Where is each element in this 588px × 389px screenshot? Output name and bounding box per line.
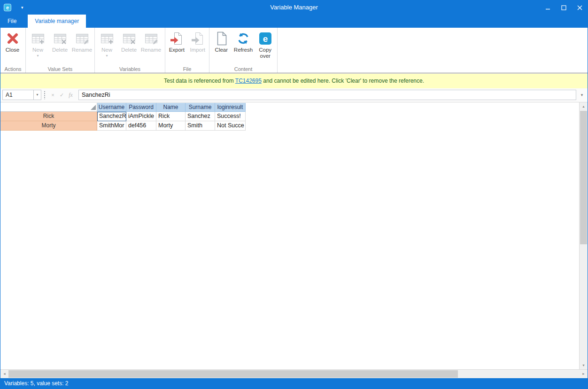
status-bar: Variables: 5, value sets: 2	[0, 378, 588, 389]
grid-corner-cell[interactable]	[0, 103, 97, 112]
grid-cell[interactable]: Success!	[215, 112, 246, 121]
variable-new-button[interactable]: New ▾	[96, 29, 118, 58]
button-label: Export	[169, 47, 185, 53]
grid-header-row: Username Password Name Surname loginresu…	[0, 103, 579, 112]
grid-cell-selected[interactable]: SanchezRi	[97, 112, 126, 121]
button-label: Copy over	[254, 47, 276, 59]
button-label: Clear	[215, 47, 228, 53]
chevron-down-icon: ▾	[37, 54, 39, 58]
import-icon	[190, 31, 205, 46]
formula-bar-expand-icon[interactable]: ▾	[578, 90, 586, 100]
import-button[interactable]: Import	[187, 29, 209, 53]
vertical-scrollbar-thumb[interactable]	[580, 111, 587, 244]
value-set-rename-button[interactable]: Rename	[71, 29, 93, 53]
tab-variable-manager[interactable]: Variable manager	[28, 15, 86, 28]
copy-over-button[interactable]: e Copy over	[254, 29, 276, 59]
grid-cell[interactable]: Rick	[156, 112, 186, 121]
cell-name-box[interactable]: A1 ▾	[2, 90, 41, 100]
grid-cell[interactable]: Sanchez	[186, 112, 215, 121]
cell-reference: A1	[3, 90, 33, 100]
svg-text:e: e	[263, 34, 268, 44]
horizontal-scrollbar[interactable]: ◄ ►	[0, 369, 588, 378]
button-label: Import	[190, 47, 205, 53]
value-set-new-button[interactable]: New ▾	[27, 29, 49, 58]
button-label: Delete	[52, 47, 68, 53]
grid-row-morty: Morty SmithMor def456 Morty Smith Not Su…	[0, 121, 579, 131]
button-label: Close	[6, 47, 19, 53]
ribbon-group-variables: New ▾ Delete Rename Variables	[95, 28, 165, 73]
horizontal-scrollbar-thumb[interactable]	[8, 370, 458, 378]
close-icon	[5, 31, 20, 46]
status-text: Variables: 5, value sets: 2	[4, 380, 69, 387]
ribbon-group-value-sets: New ▾ Delete Rename Value Sets	[26, 28, 95, 73]
minimize-icon	[545, 5, 550, 10]
cancel-entry-button[interactable]: ×	[49, 90, 57, 100]
grid-cell[interactable]: SmithMor	[97, 121, 126, 131]
close-button[interactable]: Close	[1, 29, 23, 53]
group-label-variables: Variables	[95, 66, 165, 72]
scroll-right-icon[interactable]: ►	[580, 370, 588, 378]
variable-manager-window: e ▾ Variable Manager File Variable manag…	[0, 0, 588, 389]
maximize-button[interactable]	[556, 0, 572, 15]
close-window-button[interactable]	[572, 0, 588, 15]
window-title: Variable Manager	[0, 0, 588, 15]
button-label: Refresh	[234, 47, 253, 53]
value-set-delete-button[interactable]: Delete	[49, 29, 71, 53]
close-window-icon	[577, 5, 582, 10]
testcase-link[interactable]: TC142695	[235, 78, 262, 84]
minimize-button[interactable]	[540, 0, 556, 15]
button-label: Rename	[72, 47, 92, 53]
row-header-morty[interactable]: Morty	[0, 121, 97, 131]
button-label: Rename	[141, 47, 161, 53]
group-label-actions: Actions	[0, 66, 25, 72]
clear-document-icon	[214, 31, 229, 46]
ribbon-tab-row: File Variable manager	[0, 15, 588, 28]
notice-text-prefix: Test data is referenced from	[164, 78, 235, 84]
value-set-grid: Username Password Name Surname loginresu…	[0, 103, 579, 369]
scroll-down-icon[interactable]: ▼	[580, 361, 588, 369]
export-button[interactable]: Export	[166, 29, 187, 53]
group-label-file: File	[165, 66, 209, 72]
window-controls	[540, 0, 588, 15]
column-header-username[interactable]: Username	[97, 103, 126, 112]
valueset-rename-icon	[75, 31, 90, 46]
column-header-surname[interactable]: Surname	[186, 103, 215, 112]
vertical-scrollbar[interactable]: ▲ ▼	[579, 102, 588, 369]
grid-cell[interactable]: Morty	[156, 121, 186, 131]
variable-rename-icon	[144, 31, 159, 46]
variable-delete-button[interactable]: Delete	[118, 29, 140, 53]
function-button[interactable]: fx	[67, 90, 75, 100]
confirm-entry-button[interactable]: ✓	[58, 90, 66, 100]
maximize-icon	[561, 5, 566, 10]
column-header-loginresult[interactable]: loginresult	[215, 103, 246, 112]
grid-cell[interactable]: Not Succe	[215, 121, 246, 131]
formula-input[interactable]: SanchezRi	[78, 90, 576, 100]
column-header-password[interactable]: Password	[126, 103, 156, 112]
refresh-button[interactable]: Refresh	[232, 29, 255, 53]
variable-rename-button[interactable]: Rename	[140, 29, 162, 53]
button-label: New	[101, 47, 112, 53]
formula-bar: A1 ▾ × ✓ fx SanchezRi ▾	[0, 88, 588, 102]
grid-row-rick: Rick SanchezRi iAmPickle Rick Sanchez Su…	[0, 112, 579, 121]
corner-triangle-icon	[91, 105, 96, 110]
group-label-value-sets: Value Sets	[26, 66, 94, 72]
column-header-name[interactable]: Name	[156, 103, 186, 112]
ribbon-group-actions: Close Actions	[0, 28, 26, 73]
chevron-down-icon: ▾	[106, 54, 108, 58]
ribbon-group-file: Export Import File	[165, 28, 209, 73]
reference-notice-bar: Test data is referenced from TC142695 an…	[0, 74, 588, 88]
row-header-rick[interactable]: Rick	[0, 112, 97, 121]
name-box-dropdown-icon[interactable]: ▾	[33, 90, 41, 100]
clear-button[interactable]: Clear	[210, 29, 232, 53]
copy-over-icon: e	[258, 31, 273, 46]
scroll-up-icon[interactable]: ▲	[580, 102, 588, 110]
scroll-left-icon[interactable]: ◄	[0, 370, 8, 378]
variable-new-icon	[100, 31, 115, 46]
button-label: Delete	[121, 47, 137, 53]
grid-cell[interactable]: iAmPickle	[126, 112, 156, 121]
grid-cell[interactable]: def456	[126, 121, 156, 131]
group-label-content: Content	[209, 66, 277, 72]
tab-file[interactable]: File	[0, 15, 23, 28]
grid-cell[interactable]: Smith	[186, 121, 215, 131]
button-label: New	[32, 47, 43, 53]
